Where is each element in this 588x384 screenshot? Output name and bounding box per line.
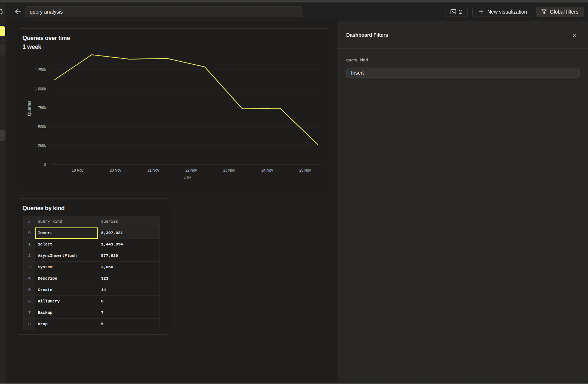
svg-text:Day: Day	[183, 175, 191, 179]
svg-text:21 Nov: 21 Nov	[147, 168, 159, 172]
svg-text:19 Nov: 19 Nov	[72, 168, 84, 172]
svg-text:22 Nov: 22 Nov	[185, 168, 197, 172]
svg-text:1 250k: 1 250k	[35, 68, 46, 72]
svg-text:0: 0	[44, 162, 46, 166]
svg-text:1 000k: 1 000k	[35, 87, 46, 91]
svg-text:500k: 500k	[38, 125, 46, 129]
svg-text:Queries: Queries	[27, 101, 32, 116]
svg-text:20 Nov: 20 Nov	[110, 168, 122, 172]
svg-text:750k: 750k	[38, 105, 46, 110]
svg-text:250k: 250k	[38, 143, 46, 148]
svg-text:23 Nov: 23 Nov	[223, 168, 235, 172]
svg-text:24 Nov: 24 Nov	[261, 168, 273, 172]
svg-text:25 Nov: 25 Nov	[299, 168, 311, 172]
